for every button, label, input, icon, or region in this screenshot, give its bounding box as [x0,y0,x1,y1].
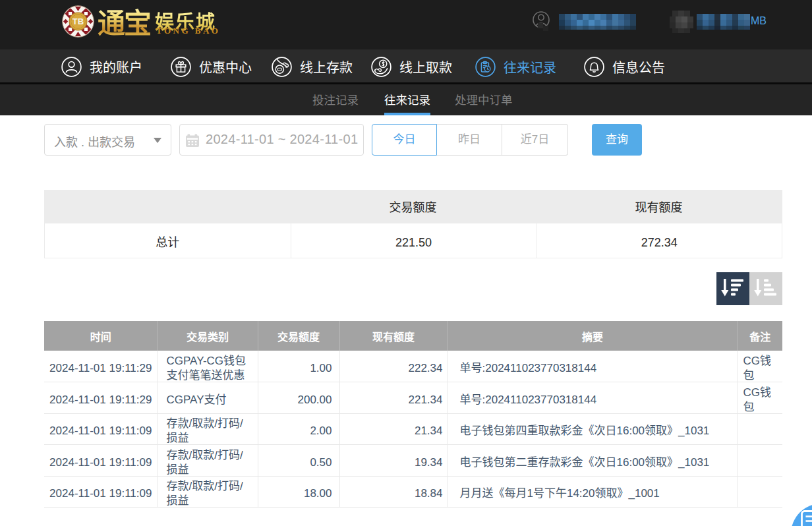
svg-text:TB: TB [72,16,84,26]
